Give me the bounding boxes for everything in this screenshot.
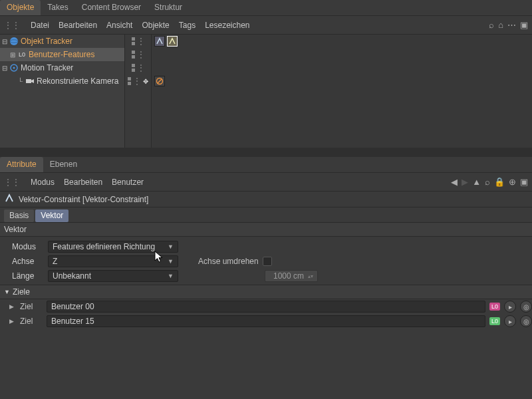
layer-badge: L0 [489,303,500,311]
link-value: Benutzer 15 [51,317,94,326]
tree-row-benutzer-features[interactable]: ⊞ L0 Benutzer-Features [0,48,124,61]
home-icon[interactable]: ⌂ [498,20,503,30]
search-icon[interactable]: ⌕ [485,177,490,187]
triangle-right-icon[interactable]: ▶ [9,318,16,325]
tab-struktur[interactable]: Struktur [148,0,189,15]
tree-row-motion-tracker[interactable]: ⊟ Motion Tracker [0,61,124,74]
attribute-manager-tabs: Attribute Ebenen [0,157,532,173]
chevron-down-icon: ▼ [168,258,174,265]
svg-rect-4 [26,79,31,83]
new-icon[interactable]: ⊕ [509,177,516,187]
nav-fwd-icon[interactable]: ▶ [462,177,468,187]
subtab-basis[interactable]: Basis [4,209,34,222]
visibility-cell[interactable]: ⋮ [125,35,151,48]
menu-datei[interactable]: Datei [31,21,49,30]
section-header-ziele[interactable]: ▼ Ziele [0,285,532,299]
link-field-ziel-1[interactable]: Benutzer 15 [47,315,485,327]
vektor-form: Modus Features definieren Richtung ▼ Ach… [0,237,532,285]
tree-row-objekt-tracker[interactable]: ⊟ Objekt Tracker [0,35,124,48]
link-arrow-button[interactable]: ▸ [504,315,516,327]
tracker-icon [9,63,19,72]
pick-target-button[interactable]: ◎ [520,315,532,327]
menu-benutzer[interactable]: Benutzer [112,178,144,187]
target-row-1: ▶ Ziel Benutzer 15 L0 ▸ ◎ [0,314,532,329]
link-value: Benutzer 00 [51,302,94,311]
select-value: Unbekannt [53,271,91,281]
tree-label: Objekt Tracker [21,37,72,46]
target-icon: ✥ [143,78,148,85]
select-achse[interactable]: Z ▼ [48,255,178,267]
target-row-0: ▶ Ziel Benutzer 00 L0 ▸ ◎ [0,299,532,314]
expand-toggle-icon[interactable]: ⊞ [9,51,15,59]
null-icon: L0 [17,50,27,59]
tree-label: Rekonstruierte Kamera [37,76,118,86]
triangle-right-icon[interactable]: ▶ [9,303,16,310]
visibility-column: ⋮ ⋮ ⋮ ⋮✥ [125,35,152,148]
spinner-icon[interactable]: ▴▾ [308,273,313,279]
input-laenge-value[interactable]: 1000 cm ▴▾ [265,270,318,282]
expand-toggle-icon[interactable]: ⊟ [1,65,7,72]
label-ziel: Ziel [20,317,43,326]
checkbox-achse-umdrehen[interactable] [263,257,272,266]
element-title: Vektor-Constraint [Vektor-Constraint] [19,195,148,204]
tab-attribute[interactable]: Attribute [0,157,43,172]
menu-modus[interactable]: Modus [31,178,55,187]
menu-bearbeiten[interactable]: Bearbeiten [59,21,97,30]
label-achse: Achse [12,257,44,266]
chevron-down-icon: ▼ [168,243,174,250]
menu-ansicht[interactable]: Ansicht [106,21,132,30]
tab-ebenen[interactable]: Ebenen [43,157,84,172]
function-icon[interactable]: ⋯ [507,20,516,30]
tab-takes[interactable]: Takes [41,0,74,15]
object-manager-menubar: ⋮⋮ Datei Bearbeiten Ansicht Objekte Tags… [0,16,532,35]
tag-row [152,35,532,48]
subtab-vektor[interactable]: Vektor [35,209,68,222]
element-header: Vektor-Constraint [Vektor-Constraint] [0,192,532,207]
tab-content-browser[interactable]: Content Browser [75,0,148,15]
label-achse-umdrehen: Achse umdrehen [198,257,259,266]
maximize-icon[interactable]: ▣ [520,177,528,187]
vector-constraint-tag-icon[interactable] [167,36,178,47]
tag-row [152,74,532,88]
menu-objekte[interactable]: Objekte [142,21,169,30]
triangle-down-icon: ▼ [4,289,10,295]
nav-up-icon[interactable]: ▲ [472,177,481,187]
attribute-menubar: ⋮⋮ Modus Bearbeiten Benutzer ◀ ▶ ▲ ⌕ 🔒 ⊕… [0,173,532,192]
grip-icon: ⋮⋮ [4,178,20,187]
maximize-icon[interactable]: ▣ [520,20,528,30]
visibility-cell[interactable]: ⋮ [125,48,151,61]
visibility-cell[interactable]: ⋮✥ [125,74,151,88]
menu-bearbeiten[interactable]: Bearbeiten [64,178,102,187]
layer-badge: L0 [489,317,500,325]
chevron-down-icon: ▼ [168,273,174,279]
link-field-ziel-0[interactable]: Benutzer 00 [47,301,485,313]
select-laenge[interactable]: Unbekannt ▼ [48,270,178,282]
menu-lesezeichen[interactable]: Lesezeichen [205,21,249,30]
section-header-vektor: Vektor [0,222,532,237]
camera-icon [25,76,35,86]
vector-constraint-icon [4,193,15,205]
tag-column [152,35,532,148]
lock-icon[interactable]: 🔒 [494,177,505,187]
tree-label: Benutzer-Features [29,50,94,59]
search-icon[interactable]: ⌕ [489,20,494,30]
section-title: Ziele [13,287,30,297]
object-manager-tabs: Objekte Takes Content Browser Struktur [0,0,532,16]
link-arrow-button[interactable]: ▸ [504,301,516,313]
object-tree: ⊟ Objekt Tracker ⊞ L0 Benutzer-Features … [0,35,125,148]
disable-tag-icon[interactable] [154,76,165,86]
nav-back-icon[interactable]: ◀ [451,177,458,187]
pick-target-button[interactable]: ◎ [520,301,532,313]
menu-tags[interactable]: Tags [179,21,196,30]
panel-divider[interactable] [0,148,532,157]
select-modus[interactable]: Features definieren Richtung ▼ [48,241,178,253]
visibility-cell[interactable]: ⋮ [125,61,151,74]
expand-toggle-icon[interactable]: ⊟ [1,38,7,45]
constraint-tag-icon[interactable] [154,36,165,47]
grip-icon: ⋮⋮ [4,21,20,30]
select-value: Features definieren Richtung [53,242,155,251]
attribute-subtabs: Basis Vektor [0,207,532,222]
tab-objekte[interactable]: Objekte [0,0,41,15]
tree-row-rekon-kamera[interactable]: └ Rekonstruierte Kamera [0,74,124,88]
svg-point-0 [10,37,18,45]
